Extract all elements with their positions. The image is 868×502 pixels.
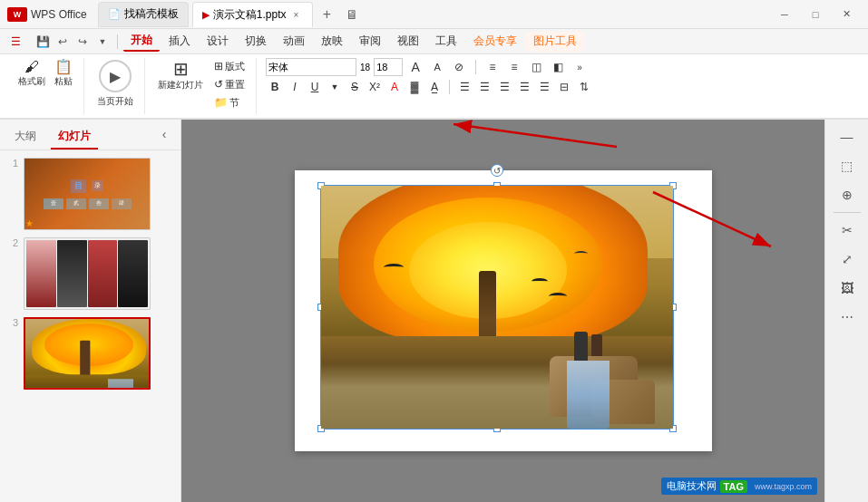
tab-slides[interactable]: 幻灯片 (51, 125, 98, 150)
section-btn[interactable]: 📁 节 (210, 94, 249, 111)
reset-btn[interactable]: ↺ 重置 (210, 76, 249, 92)
align-left2-btn[interactable]: ☰ (475, 78, 493, 96)
watermark: 电脑技术网 TAG www.tagxp.com (661, 478, 817, 495)
waterfall-main (567, 361, 610, 429)
font-name-input[interactable] (266, 58, 356, 76)
rp-fit-btn[interactable]: ⤢ (831, 246, 863, 273)
tab-document[interactable]: ▶ 演示文稿1.pptx × (192, 2, 313, 27)
char-format-row: B I U ▼ S X² A ▓ A̲ ☰ ☰ ☰ ☰ ☰ ⊟ (266, 78, 853, 96)
slide1-content: 目 录 (71, 179, 103, 193)
slide-thumb-1[interactable]: 目 录 壹 贰 叁 肆 (24, 158, 151, 230)
rp-magic-btn[interactable]: ✂ (831, 217, 863, 244)
underline-btn[interactable]: U (306, 78, 324, 96)
watermark-tag: TAG (720, 480, 747, 493)
slide-1-wrapper: 目 录 壹 贰 叁 肆 ★ (24, 158, 151, 230)
align-center-btn[interactable]: ☰ (495, 78, 513, 96)
ribbon-group-play: ▶ 当页开始 (86, 58, 145, 114)
tab2-label: 演示文稿1.pptx (213, 7, 287, 23)
justify-btn[interactable]: ☰ (535, 78, 553, 96)
rp-replace-btn[interactable]: 🖼 (831, 275, 863, 302)
slide-thumb-2[interactable] (24, 237, 151, 310)
highlight-btn[interactable]: ▓ (405, 78, 424, 96)
font-color-btn[interactable]: A (385, 78, 404, 96)
tree-trunk (80, 341, 90, 380)
bird2 (532, 278, 548, 285)
rp-crop-btn[interactable]: ⬚ (831, 152, 863, 179)
slide-item-1[interactable]: 1 目 录 壹 贰 叁 肆 (7, 158, 173, 230)
rp-sep (834, 212, 861, 213)
rp-zoomin-btn[interactable]: ⊕ (831, 181, 863, 208)
shadow-btn[interactable]: A̲ (425, 78, 444, 96)
font-size-decrease-btn[interactable]: A (428, 58, 446, 76)
redo-btn[interactable]: ↪ (73, 33, 92, 51)
bird4 (549, 293, 567, 300)
menu-view[interactable]: 视图 (390, 32, 426, 52)
slide1-subtitle: 录 (92, 180, 103, 191)
sidebar: 大纲 幻灯片 ‹ 1 目 录 壹 (0, 120, 181, 502)
play-btn[interactable]: ▶ 当页开始 (93, 58, 137, 110)
align-right2-btn[interactable]: ☰ (515, 78, 533, 96)
main-area: 大纲 幻灯片 ‹ 1 目 录 壹 (0, 120, 868, 502)
minimize-btn[interactable]: ─ (770, 3, 799, 26)
align-right-btn[interactable]: ◧ (549, 58, 567, 76)
figure-2 (591, 334, 602, 356)
layout-reset-btns: ⊞ 版式 ↺ 重置 📁 节 (210, 58, 249, 111)
paste-btn[interactable]: 📋 粘贴 (51, 58, 76, 90)
maximize-btn[interactable]: □ (801, 3, 830, 26)
text-dir-btn[interactable]: ⇅ (575, 78, 593, 96)
col-btn[interactable]: ⊟ (555, 78, 573, 96)
bold-btn[interactable]: B (266, 78, 284, 96)
font-size-increase-btn[interactable]: A (406, 58, 424, 76)
menu-insert[interactable]: 插入 (161, 32, 198, 52)
line-space-btn[interactable]: ☰ (455, 78, 473, 96)
thumb2-col1 (26, 240, 56, 307)
menu-tools[interactable]: 工具 (428, 32, 464, 52)
dropdown-btn[interactable]: ▼ (93, 33, 112, 51)
close-btn[interactable]: ✕ (832, 3, 861, 26)
format-brush-btn[interactable]: 🖌 格式刷 (15, 58, 49, 90)
tab-close-btn[interactable]: × (290, 8, 303, 21)
add-tab-btn[interactable]: + (317, 4, 338, 25)
slide-item-2[interactable]: 2 (7, 237, 173, 310)
paste-label: 粘贴 (54, 75, 73, 88)
menu-design[interactable]: 设计 (200, 32, 236, 52)
menu-picture-tool[interactable]: 图片工具 (526, 32, 584, 52)
clear-format-btn[interactable]: ⊘ (450, 58, 468, 76)
image-container[interactable]: ↺ (320, 185, 674, 430)
more-para-btn[interactable]: » (571, 58, 589, 76)
rp-more-btn[interactable]: ⋯ (831, 304, 863, 331)
slide-thumb-3[interactable] (24, 317, 151, 390)
font-size-display: 18 (360, 63, 370, 72)
slide2-bg (24, 238, 150, 309)
quick-tools: 💾 ↩ ↪ ▼ (34, 33, 112, 51)
menu-start[interactable]: 开始 (123, 32, 160, 52)
rp-minus-btn[interactable]: — (831, 123, 863, 150)
menu-transition[interactable]: 切换 (238, 32, 274, 52)
rotate-handle[interactable]: ↺ (491, 164, 503, 177)
template-icon: 📄 (108, 8, 121, 20)
superscript-btn[interactable]: X² (366, 78, 384, 96)
layout-btn[interactable]: ⊞ 版式 (210, 58, 249, 74)
painting-bg (321, 186, 673, 429)
font-color-dropdown[interactable]: ▼ (326, 78, 344, 96)
list-btn1[interactable]: ≡ (483, 58, 502, 76)
menu-review[interactable]: 审阅 (352, 32, 388, 52)
canvas-area[interactable]: ↺ (181, 120, 824, 502)
strikethrough-btn[interactable]: S (346, 78, 364, 96)
menu-file[interactable]: ☰ (4, 32, 28, 52)
menu-member[interactable]: 会员专享 (466, 32, 524, 52)
collapse-btn[interactable]: ‹ (155, 125, 173, 143)
menu-slide-show[interactable]: 放映 (314, 32, 350, 52)
tab-outline[interactable]: 大纲 (7, 125, 44, 150)
italic-btn[interactable]: I (286, 78, 304, 96)
font-size-input[interactable] (374, 58, 403, 76)
tab-templates[interactable]: 📄 找稿壳模板 (98, 2, 189, 27)
save-btn[interactable]: 💾 (34, 33, 52, 51)
undo-btn[interactable]: ↩ (54, 33, 72, 51)
list-btn2[interactable]: ≡ (505, 58, 523, 76)
new-slide-btn[interactable]: ⊞ 新建幻灯片 (154, 58, 207, 93)
slide-item-3[interactable]: 3 (7, 317, 173, 390)
align-left-btn[interactable]: ◫ (527, 58, 545, 76)
slide-number-2: 2 (7, 237, 18, 248)
menu-animation[interactable]: 动画 (276, 32, 312, 52)
